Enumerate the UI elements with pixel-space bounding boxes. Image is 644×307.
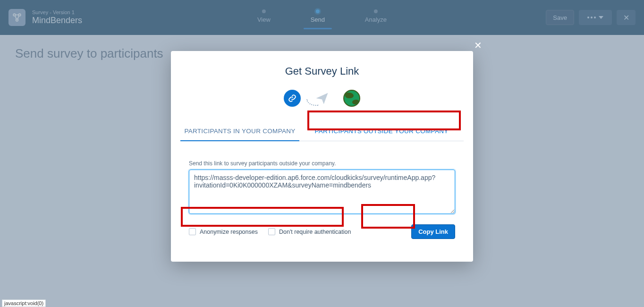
public-method-icon[interactable] — [343, 90, 360, 107]
link-method-icon[interactable] — [284, 90, 301, 107]
anonymize-checkbox[interactable]: Anonymize responses — [189, 228, 258, 235]
copy-link-button[interactable]: Copy Link — [411, 224, 455, 239]
options-row: Anonymize responses Don't require authen… — [171, 216, 473, 239]
share-method-row — [171, 89, 473, 108]
anonymize-input[interactable] — [189, 228, 196, 235]
get-survey-link-modal: ✕ Get Survey Link PARTICIPANTS IN YOUR C… — [171, 51, 473, 262]
link-form: Send this link to survey participants ou… — [171, 141, 473, 216]
noauth-input[interactable] — [268, 228, 275, 235]
plane-trail — [306, 99, 319, 106]
participant-tabs: PARTICIPANTS IN YOUR COMPANY PARTICIPANT… — [180, 122, 464, 141]
noauth-checkbox[interactable]: Don't require authentication — [268, 228, 351, 235]
email-method-icon[interactable] — [309, 89, 335, 108]
modal-close-button[interactable]: ✕ — [473, 41, 483, 50]
tab-participants-outside[interactable]: PARTICIPANTS OUTSIDE YOUR COMPANY — [299, 122, 464, 141]
link-hint: Send this link to survey participants ou… — [189, 160, 455, 167]
tab-participants-inside[interactable]: PARTICIPANTS IN YOUR COMPANY — [180, 122, 299, 141]
tab-label: PARTICIPANTS IN YOUR COMPANY — [184, 128, 295, 135]
modal-title: Get Survey Link — [171, 65, 473, 77]
tab-label: PARTICIPANTS OUTSIDE YOUR COMPANY — [314, 128, 448, 135]
noauth-label: Don't require authentication — [279, 229, 351, 235]
browser-status-text: javascript:void(0) — [2, 299, 46, 307]
close-icon: ✕ — [474, 40, 482, 51]
survey-link-textarea[interactable] — [189, 170, 455, 214]
anonymize-label: Anonymize responses — [200, 229, 258, 235]
